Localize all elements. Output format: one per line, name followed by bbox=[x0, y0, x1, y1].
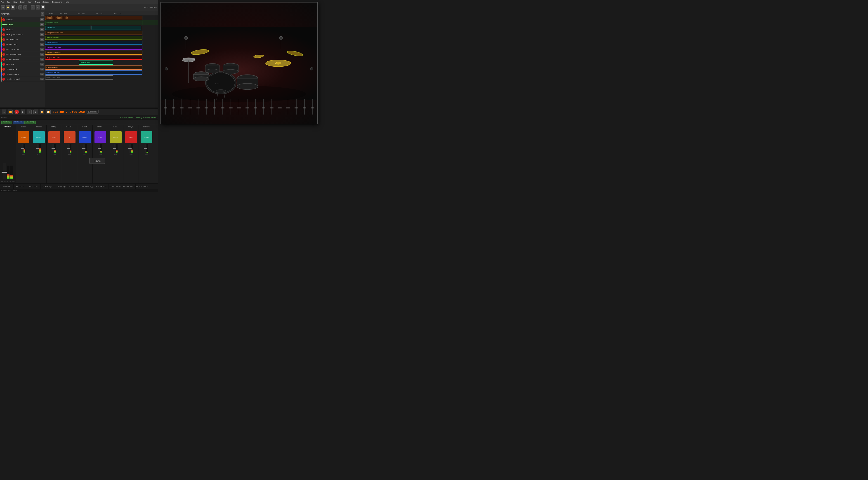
track-item-drum-bus[interactable]: DRUM BUS FX bbox=[0, 22, 45, 27]
ch-03-strip[interactable]: center bbox=[49, 131, 60, 143]
record-btn[interactable]: ● bbox=[14, 109, 19, 114]
ch-09-fader[interactable] bbox=[145, 144, 146, 153]
menu-options[interactable]: Options bbox=[42, 1, 50, 3]
ch-08-fader[interactable] bbox=[129, 144, 131, 153]
track-item-02-bass[interactable]: 02 Bass FX bbox=[0, 27, 45, 32]
ch-02-fader[interactable] bbox=[37, 144, 38, 153]
track-item-kontakt[interactable]: Kontakt FX bbox=[0, 17, 45, 22]
out-fader-14[interactable] bbox=[272, 99, 272, 114]
menu-help[interactable]: Help bbox=[65, 1, 69, 3]
play-btn[interactable]: ▶ bbox=[21, 109, 25, 114]
track-item-12[interactable]: 12 Wind Sound FX bbox=[0, 77, 45, 82]
route-button[interactable]: Route bbox=[89, 158, 105, 164]
out-fader-kick-out[interactable] bbox=[174, 99, 174, 114]
ch-08-strip[interactable]: center bbox=[125, 131, 137, 143]
track-item-07[interactable]: 07 Clean Guitars FX bbox=[0, 52, 45, 57]
track-item-05[interactable]: 05 Wet Lead FX bbox=[0, 42, 45, 47]
out-fader-18[interactable] bbox=[304, 99, 305, 114]
clip-07-clean[interactable]: 07 Clean Guitars.wav bbox=[45, 50, 143, 55]
out-fader-snare-tr[interactable] bbox=[190, 99, 190, 114]
pause-btn[interactable]: ⏸ bbox=[27, 109, 32, 114]
out-fader-19[interactable] bbox=[312, 99, 313, 114]
record-btn-05[interactable] bbox=[2, 43, 5, 46]
record-btn-07[interactable] bbox=[2, 53, 5, 56]
clip-12-wind[interactable]: 12 Wind Sound.wav bbox=[45, 75, 113, 79]
menu-extensions[interactable]: Extensions bbox=[52, 1, 62, 3]
fx-btn-06[interactable]: FX bbox=[40, 48, 44, 50]
menu-view[interactable]: View bbox=[13, 1, 18, 3]
record-btn-10[interactable] bbox=[2, 68, 5, 71]
fx-btn-02[interactable]: FX bbox=[40, 28, 44, 31]
toolbar-redo[interactable]: ↪ bbox=[23, 5, 27, 9]
out-fader-17[interactable] bbox=[296, 99, 297, 114]
out-fader-13[interactable] bbox=[264, 99, 264, 114]
record-btn-04[interactable] bbox=[2, 38, 5, 41]
fx-realcomp[interactable]: RealComp bbox=[1, 121, 12, 124]
track-item-10[interactable]: 10 Beat Kick FX bbox=[0, 67, 45, 72]
toolbar-new[interactable]: ⊞ bbox=[1, 5, 5, 9]
go-start-btn[interactable]: ⏮ bbox=[2, 109, 6, 114]
fx-btn-drum-bus[interactable]: FX bbox=[40, 23, 44, 26]
master-fx[interactable]: FX bbox=[41, 12, 44, 15]
clip-drum-bus[interactable]: DRUM MIDI.mid bbox=[45, 21, 143, 25]
ch-kontakt-strip[interactable]: center bbox=[18, 131, 29, 143]
fx-btn-07[interactable]: FX bbox=[40, 53, 44, 56]
toolbar-cursor[interactable]: ↖ bbox=[31, 5, 35, 9]
toolbar-eraser[interactable]: ⬜ bbox=[41, 5, 45, 9]
ch-03-fader[interactable] bbox=[53, 144, 54, 153]
out-fader-12[interactable] bbox=[255, 99, 256, 114]
fx-btn-kontakt[interactable]: FX bbox=[40, 18, 44, 21]
forward-btn[interactable]: ⏩ bbox=[40, 109, 44, 114]
horizontal-scrollbar[interactable] bbox=[0, 107, 158, 108]
toolbar-undo[interactable]: ↩ bbox=[18, 5, 22, 9]
record-btn-06[interactable] bbox=[2, 48, 5, 51]
record-btn-12[interactable] bbox=[2, 78, 5, 81]
record-btn-kontakt[interactable] bbox=[2, 18, 5, 21]
clip-02-bass-2[interactable] bbox=[92, 26, 141, 30]
toolbar-open[interactable]: 📁 bbox=[6, 5, 10, 9]
toolbar-pencil[interactable]: ✏ bbox=[36, 5, 40, 9]
fx-btn-05[interactable]: FX bbox=[40, 43, 44, 46]
clip-11-snare[interactable]: 11 Beat Snare.wav bbox=[45, 70, 143, 74]
ch-05-strip[interactable]: center bbox=[79, 131, 91, 143]
ch-kontakt-fader[interactable] bbox=[22, 144, 23, 153]
menu-file[interactable]: File bbox=[1, 1, 4, 3]
clip-08-synth[interactable]: 08 Synth Bass.wav bbox=[45, 56, 143, 60]
master-fader[interactable] bbox=[2, 172, 7, 173]
record-btn-02[interactable] bbox=[2, 28, 5, 31]
out-fader-kick-in[interactable] bbox=[165, 99, 166, 114]
menu-track[interactable]: Track bbox=[35, 1, 39, 3]
ch-04-strip[interactable]: in bbox=[64, 131, 75, 143]
clip-10-kick[interactable]: 10 Beat Kick.wav bbox=[45, 66, 143, 70]
fx-btn-04[interactable]: FX bbox=[40, 38, 44, 41]
fx-btn-08[interactable]: FX bbox=[40, 58, 44, 61]
clip-04-lofi[interactable]: 04 Lofi Guitar.wav bbox=[45, 36, 143, 40]
track-item-06[interactable]: 06 Chorus Lead FX bbox=[0, 47, 45, 52]
record-btn-11[interactable] bbox=[2, 73, 5, 76]
out-fader-7[interactable] bbox=[214, 99, 215, 114]
out-fader-16[interactable] bbox=[288, 99, 288, 114]
track-item-11[interactable]: 11 Beat Snare FX bbox=[0, 72, 45, 77]
record-btn-03[interactable] bbox=[2, 33, 5, 36]
track-item-03[interactable]: 03 Rhythm Guitars FX bbox=[0, 32, 45, 37]
record-btn-08[interactable] bbox=[2, 58, 5, 61]
stop-btn[interactable]: ■ bbox=[33, 109, 38, 114]
out-fader-10[interactable] bbox=[239, 99, 239, 114]
menu-insert[interactable]: Insert bbox=[20, 1, 25, 3]
fx-vsu[interactable]: VSU MKFQ bbox=[24, 121, 36, 124]
clip-06-chorus[interactable]: 06 Chorus Lead.wav bbox=[45, 46, 143, 50]
out-fader-11[interactable] bbox=[247, 99, 248, 114]
clip-02-bass[interactable]: 02 Bass.wav bbox=[45, 26, 90, 30]
ch-09-strip[interactable]: center bbox=[141, 131, 152, 143]
fx-btn-03[interactable]: FX bbox=[40, 33, 44, 36]
clip-03-rhythm[interactable]: 03 Rhythm Guitars.wav bbox=[45, 31, 143, 35]
menu-edit[interactable]: Edit bbox=[7, 1, 11, 3]
ch-05-fader[interactable] bbox=[83, 144, 85, 153]
ch-04-fader[interactable] bbox=[68, 144, 69, 153]
out-fader-kick-trig[interactable] bbox=[182, 99, 182, 114]
fx-limiter[interactable]: Limiter Mb bbox=[13, 121, 24, 124]
out-fader-6[interactable] bbox=[206, 99, 207, 114]
master-track[interactable]: MASTER FX bbox=[0, 11, 45, 17]
fx-btn-12[interactable]: FX bbox=[40, 78, 44, 80]
fx-btn-09[interactable]: FX bbox=[40, 63, 44, 66]
